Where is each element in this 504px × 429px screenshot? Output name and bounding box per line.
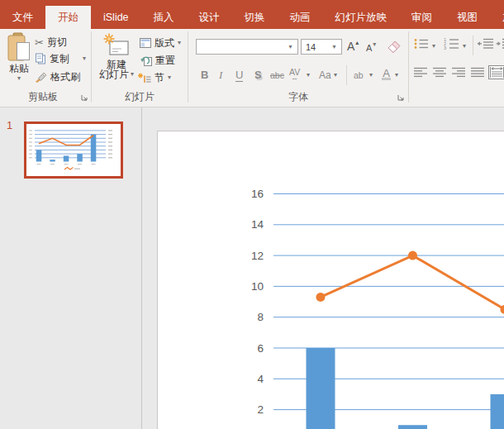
numbering-button[interactable]: 123 (444, 37, 459, 50)
thumb-legend-mark (64, 168, 74, 170)
new-slide-icon (103, 33, 130, 60)
bold-button[interactable]: B (201, 67, 208, 83)
thumb-left-axis-mark (29, 150, 32, 150)
decrease-indent-button[interactable] (477, 38, 494, 49)
svg-text:3: 3 (444, 45, 446, 50)
align-center-button[interactable] (433, 67, 447, 78)
slide-chart[interactable]: 161412108642 (158, 131, 504, 429)
font-color-button[interactable]: A (382, 67, 391, 83)
increase-indent-button[interactable] (496, 38, 504, 49)
thumb-right-axis-mark (108, 150, 112, 150)
group-divider (91, 31, 92, 102)
italic-button[interactable]: I (219, 67, 222, 83)
bullets-caret[interactable]: ▾ (432, 43, 435, 50)
format-painter-button[interactable]: 格式刷 (35, 70, 80, 83)
copy-dropdown-caret[interactable]: ▾ (83, 55, 86, 62)
slide-canvas: 161412108642 (143, 107, 504, 429)
tab-切换[interactable]: 切换 (232, 6, 278, 29)
tab-iSlide[interactable]: iSlide (91, 6, 141, 29)
layout-dropdown-caret[interactable]: ▾ (178, 40, 181, 46)
character-spacing-button[interactable]: AV ↔ (289, 67, 300, 83)
clear-formatting-button[interactable] (386, 39, 402, 54)
tab-设计[interactable]: 设计 (187, 6, 232, 29)
clipboard-group-label: 剪贴板 (0, 90, 86, 104)
cut-button[interactable]: ✂ 剪切 (35, 36, 67, 49)
font-color-bar (382, 78, 391, 80)
chart-bar[interactable] (398, 425, 427, 429)
change-case-caret[interactable]: ▾ (334, 72, 337, 79)
tab-动画[interactable]: 动画 (278, 6, 323, 29)
chart-line[interactable] (321, 255, 504, 309)
thumb-left-axis-mark (29, 141, 32, 142)
chart-bar[interactable] (491, 394, 504, 429)
font-color-caret[interactable]: ▾ (395, 72, 398, 79)
change-case-button[interactable]: Aa (319, 67, 331, 83)
reset-label: 重置 (155, 54, 175, 68)
new-slide-dropdown-caret[interactable]: ▾ (131, 71, 134, 78)
new-slide-button[interactable]: 新建 幻灯片 ▾ (96, 33, 137, 79)
align-right-button[interactable] (452, 67, 466, 78)
chart-line-marker[interactable] (316, 293, 326, 302)
font-name-input[interactable] (197, 40, 285, 54)
tab-幻灯片放映[interactable]: 幻灯片放映 (323, 6, 400, 29)
thumb-right-axis-mark (108, 138, 112, 139)
thumb-bar (91, 135, 97, 162)
chart-line-marker[interactable] (408, 251, 417, 260)
columns-button[interactable] (488, 65, 504, 79)
y-axis-tick-label: 4 (257, 373, 264, 385)
clipboard-dialog-launcher[interactable] (80, 93, 88, 102)
grow-font-button[interactable]: A ▴ (347, 40, 359, 53)
paste-dropdown-caret[interactable]: ▾ (17, 75, 21, 82)
thumb-left-axis-mark (29, 138, 32, 139)
slide[interactable]: 161412108642 (157, 131, 504, 429)
layout-button[interactable]: 版式 ▾ (140, 36, 181, 50)
reset-button[interactable]: 重置 (140, 54, 175, 67)
text-shadow-button[interactable]: S (254, 67, 262, 83)
justify-button[interactable] (471, 67, 485, 78)
thumb-right-axis-mark (108, 157, 112, 158)
shrink-font-button[interactable]: A ▾ (366, 41, 376, 55)
thumb-x-label-mark (64, 164, 69, 164)
paste-icon (6, 32, 32, 64)
thumb-left-axis-mark (29, 145, 32, 146)
slide-thumbnail[interactable] (24, 122, 123, 179)
tab-文件[interactable]: 文件 (0, 6, 45, 29)
section-dropdown-caret[interactable]: ▾ (168, 74, 171, 81)
tab-视图[interactable]: 视图 (445, 6, 490, 29)
bullets-button[interactable] (414, 38, 429, 50)
thumbnail-chart (26, 124, 121, 176)
numbering-caret[interactable]: ▾ (463, 43, 466, 50)
thumb-bar (77, 154, 83, 161)
tab-插入[interactable]: 插入 (141, 6, 187, 29)
char-spacing-caret[interactable]: ▾ (307, 72, 310, 79)
small-divider (473, 36, 473, 55)
font-size-caret[interactable]: ▾ (329, 44, 340, 50)
thumb-legend-text-mark (74, 169, 80, 169)
thumb-bar (64, 155, 69, 161)
slide-thumbnail-panel[interactable]: 1 (0, 107, 142, 429)
font-size-combo[interactable]: ▾ (301, 39, 342, 55)
copy-button[interactable]: 复制 ▾ (35, 52, 86, 65)
paste-button[interactable]: 粘贴 ▾ (4, 32, 34, 82)
font-size-input[interactable] (302, 40, 329, 54)
strikethrough-button[interactable]: abc (270, 67, 284, 83)
underline-button[interactable]: U (235, 67, 243, 83)
align-left-button[interactable] (414, 67, 428, 78)
chart-bar[interactable] (307, 348, 335, 429)
font-name-combo[interactable]: ▾ (196, 39, 298, 55)
tab-审阅[interactable]: 审阅 (399, 6, 445, 29)
underline-glyph: U (235, 69, 243, 82)
group-divider (408, 31, 409, 102)
tab-加载[interactable]: 加载 (490, 6, 504, 29)
tab-开始[interactable]: 开始 (45, 6, 91, 29)
font-dialog-launcher[interactable] (397, 93, 405, 102)
thumb-x-label-mark (37, 164, 41, 164)
thumb-left-axis-mark (29, 134, 32, 135)
ribbon: 粘贴 ▾ ✂ 剪切 复制 ▾ 格式刷 剪贴板 (0, 29, 504, 107)
thumb-left-axis-mark (29, 154, 32, 155)
highlight-glyph: ab (354, 70, 364, 80)
font-name-caret[interactable]: ▾ (285, 44, 296, 50)
section-button[interactable]: 节 ▾ (138, 71, 171, 84)
text-highlight-caret[interactable]: ▾ (369, 72, 373, 79)
reset-icon (140, 55, 152, 66)
